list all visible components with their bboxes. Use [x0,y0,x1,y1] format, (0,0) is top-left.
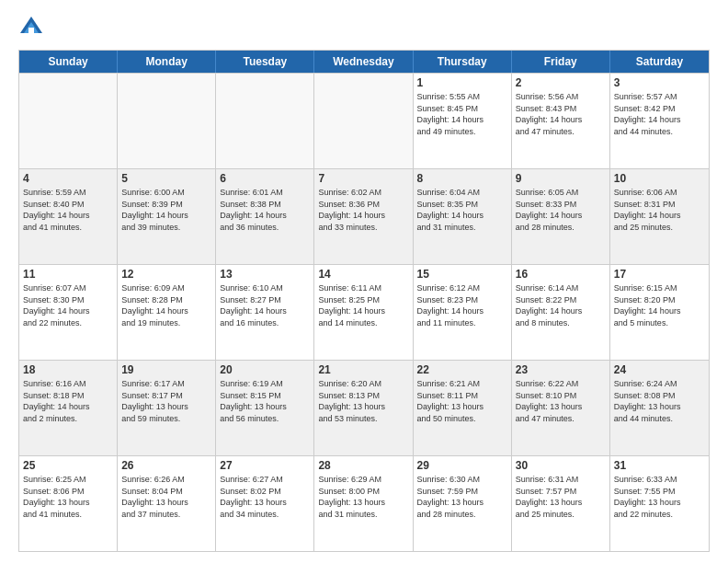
cell-info: Sunrise: 6:33 AM Sunset: 7:55 PM Dayligh… [614,474,705,520]
day-cell-7: 7Sunrise: 6:02 AM Sunset: 8:36 PM Daylig… [314,169,413,264]
day-number: 28 [318,459,408,472]
day-cell-1: 1Sunrise: 5:55 AM Sunset: 8:45 PM Daylig… [414,74,512,168]
cell-info: Sunrise: 5:55 AM Sunset: 8:45 PM Dayligh… [417,91,507,137]
cell-info: Sunrise: 6:15 AM Sunset: 8:20 PM Dayligh… [614,282,705,328]
day-cell-15: 15Sunrise: 6:12 AM Sunset: 8:23 PM Dayli… [414,265,512,360]
page: SundayMondayTuesdayWednesdayThursdayFrid… [0,0,728,563]
day-number: 30 [516,459,606,472]
cell-info: Sunrise: 6:00 AM Sunset: 8:39 PM Dayligh… [121,187,211,233]
logo [18,15,48,40]
cell-info: Sunrise: 6:09 AM Sunset: 8:28 PM Dayligh… [121,282,211,328]
day-number: 17 [614,268,705,281]
day-number: 31 [614,459,705,472]
day-number: 2 [516,76,606,89]
day-number: 21 [318,363,408,376]
cell-info: Sunrise: 6:22 AM Sunset: 8:10 PM Dayligh… [516,378,606,424]
day-number: 5 [121,172,211,185]
cell-info: Sunrise: 6:17 AM Sunset: 8:17 PM Dayligh… [121,378,211,424]
day-number: 9 [516,172,606,185]
calendar-row-3: 11Sunrise: 6:07 AM Sunset: 8:30 PM Dayli… [19,264,709,360]
day-cell-8: 8Sunrise: 6:04 AM Sunset: 8:35 PM Daylig… [414,169,512,264]
header-day-thursday: Thursday [414,51,512,73]
day-cell-17: 17Sunrise: 6:15 AM Sunset: 8:20 PM Dayli… [610,265,709,360]
day-number: 1 [417,76,507,89]
cell-info: Sunrise: 6:25 AM Sunset: 8:06 PM Dayligh… [23,474,113,520]
day-number: 10 [614,172,705,185]
empty-cell [118,74,216,168]
cell-info: Sunrise: 5:57 AM Sunset: 8:42 PM Dayligh… [614,91,705,137]
day-number: 22 [417,363,507,376]
cell-info: Sunrise: 6:14 AM Sunset: 8:22 PM Dayligh… [516,282,606,328]
day-cell-22: 22Sunrise: 6:21 AM Sunset: 8:11 PM Dayli… [414,361,512,455]
cell-info: Sunrise: 6:10 AM Sunset: 8:27 PM Dayligh… [220,282,310,328]
day-number: 29 [417,459,507,472]
calendar-row-4: 18Sunrise: 6:16 AM Sunset: 8:18 PM Dayli… [19,360,709,455]
day-cell-13: 13Sunrise: 6:10 AM Sunset: 8:27 PM Dayli… [216,265,314,360]
header [18,15,710,40]
calendar-row-1: 1Sunrise: 5:55 AM Sunset: 8:45 PM Daylig… [19,73,709,168]
cell-info: Sunrise: 5:56 AM Sunset: 8:43 PM Dayligh… [516,91,606,137]
day-number: 27 [220,459,310,472]
day-number: 19 [121,363,211,376]
day-cell-5: 5Sunrise: 6:00 AM Sunset: 8:39 PM Daylig… [118,169,216,264]
cell-info: Sunrise: 6:27 AM Sunset: 8:02 PM Dayligh… [220,474,310,520]
day-number: 25 [23,459,113,472]
cell-info: Sunrise: 6:04 AM Sunset: 8:35 PM Dayligh… [417,187,507,233]
day-cell-31: 31Sunrise: 6:33 AM Sunset: 7:55 PM Dayli… [610,456,709,551]
day-cell-6: 6Sunrise: 6:01 AM Sunset: 8:38 PM Daylig… [216,169,314,264]
day-number: 6 [220,172,310,185]
day-cell-9: 9Sunrise: 6:05 AM Sunset: 8:33 PM Daylig… [512,169,610,264]
day-number: 7 [318,172,408,185]
day-cell-3: 3Sunrise: 5:57 AM Sunset: 8:42 PM Daylig… [610,74,709,168]
svg-rect-2 [28,28,34,33]
day-cell-30: 30Sunrise: 6:31 AM Sunset: 7:57 PM Dayli… [512,456,610,551]
day-cell-21: 21Sunrise: 6:20 AM Sunset: 8:13 PM Dayli… [314,361,413,455]
day-number: 3 [614,76,705,89]
day-cell-23: 23Sunrise: 6:22 AM Sunset: 8:10 PM Dayli… [512,361,610,455]
day-cell-20: 20Sunrise: 6:19 AM Sunset: 8:15 PM Dayli… [216,361,314,455]
cell-info: Sunrise: 6:12 AM Sunset: 8:23 PM Dayligh… [417,282,507,328]
cell-info: Sunrise: 6:30 AM Sunset: 7:59 PM Dayligh… [417,474,507,520]
calendar-header: SundayMondayTuesdayWednesdayThursdayFrid… [19,51,709,73]
header-day-monday: Monday [118,51,216,73]
header-day-tuesday: Tuesday [216,51,314,73]
cell-info: Sunrise: 6:06 AM Sunset: 8:31 PM Dayligh… [614,187,705,233]
day-cell-26: 26Sunrise: 6:26 AM Sunset: 8:04 PM Dayli… [118,456,216,551]
day-cell-29: 29Sunrise: 6:30 AM Sunset: 7:59 PM Dayli… [414,456,512,551]
day-cell-18: 18Sunrise: 6:16 AM Sunset: 8:18 PM Dayli… [19,361,118,455]
day-cell-25: 25Sunrise: 6:25 AM Sunset: 8:06 PM Dayli… [19,456,118,551]
cell-info: Sunrise: 6:16 AM Sunset: 8:18 PM Dayligh… [23,378,113,424]
cell-info: Sunrise: 6:01 AM Sunset: 8:38 PM Dayligh… [220,187,310,233]
header-day-sunday: Sunday [19,51,118,73]
cell-info: Sunrise: 6:29 AM Sunset: 8:00 PM Dayligh… [318,474,408,520]
day-number: 11 [23,268,113,281]
header-day-friday: Friday [512,51,610,73]
day-number: 8 [417,172,507,185]
cell-info: Sunrise: 6:02 AM Sunset: 8:36 PM Dayligh… [318,187,408,233]
empty-cell [314,74,413,168]
day-number: 15 [417,268,507,281]
day-cell-12: 12Sunrise: 6:09 AM Sunset: 8:28 PM Dayli… [118,265,216,360]
day-number: 20 [220,363,310,376]
day-cell-27: 27Sunrise: 6:27 AM Sunset: 8:02 PM Dayli… [216,456,314,551]
day-cell-19: 19Sunrise: 6:17 AM Sunset: 8:17 PM Dayli… [118,361,216,455]
empty-cell [19,74,118,168]
day-cell-4: 4Sunrise: 5:59 AM Sunset: 8:40 PM Daylig… [19,169,118,264]
empty-cell [216,74,314,168]
cell-info: Sunrise: 5:59 AM Sunset: 8:40 PM Dayligh… [23,187,113,233]
logo-icon [18,15,44,40]
cell-info: Sunrise: 6:05 AM Sunset: 8:33 PM Dayligh… [516,187,606,233]
cell-info: Sunrise: 6:20 AM Sunset: 8:13 PM Dayligh… [318,378,408,424]
day-cell-16: 16Sunrise: 6:14 AM Sunset: 8:22 PM Dayli… [512,265,610,360]
day-number: 16 [516,268,606,281]
day-number: 26 [121,459,211,472]
day-cell-10: 10Sunrise: 6:06 AM Sunset: 8:31 PM Dayli… [610,169,709,264]
day-cell-24: 24Sunrise: 6:24 AM Sunset: 8:08 PM Dayli… [610,361,709,455]
day-cell-11: 11Sunrise: 6:07 AM Sunset: 8:30 PM Dayli… [19,265,118,360]
day-number: 13 [220,268,310,281]
day-number: 23 [516,363,606,376]
day-cell-2: 2Sunrise: 5:56 AM Sunset: 8:43 PM Daylig… [512,74,610,168]
cell-info: Sunrise: 6:26 AM Sunset: 8:04 PM Dayligh… [121,474,211,520]
day-cell-28: 28Sunrise: 6:29 AM Sunset: 8:00 PM Dayli… [314,456,413,551]
cell-info: Sunrise: 6:07 AM Sunset: 8:30 PM Dayligh… [23,282,113,328]
